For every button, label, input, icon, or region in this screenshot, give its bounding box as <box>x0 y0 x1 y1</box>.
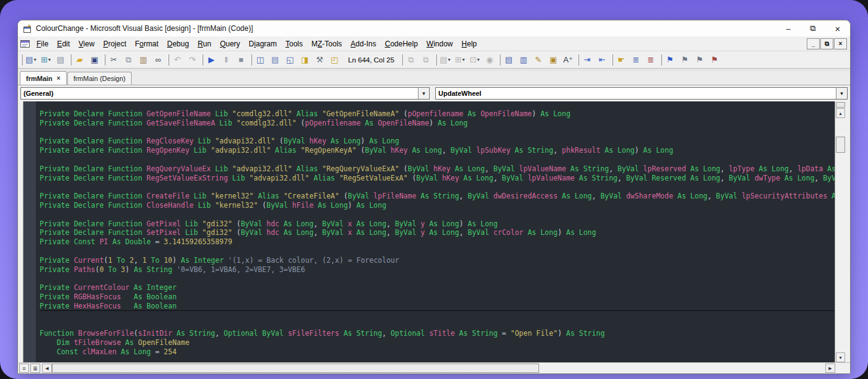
toolbox-button[interactable]: ⚒ <box>312 53 327 67</box>
object-dropdown[interactable]: (General) ▼ <box>20 87 430 100</box>
toggle-bookmark-button[interactable]: ⚑ <box>663 53 678 67</box>
dropdown-arrow-icon[interactable]: ▾ <box>34 57 36 62</box>
data-view-icon: ◰ <box>331 56 338 64</box>
tab-close-icon[interactable]: × <box>57 75 61 82</box>
data-view-button[interactable]: ◰ <box>327 53 342 67</box>
redo-button[interactable]: ↷ <box>185 53 200 67</box>
dropdown-arrow-icon[interactable]: ▾ <box>48 57 51 62</box>
cut-button[interactable]: ✂ <box>106 53 121 67</box>
save-project-button[interactable]: ▣ <box>87 53 102 67</box>
toolbar: ▤▾⊞▾▤▰▣✂⧉▥∞↶↷▶‖■◫▤◱◨⚒◰ Ln 644, Col 25 ⧉⧉… <box>18 51 850 69</box>
title-bar[interactable]: ColourChange - Microsoft Visual Basic [d… <box>18 20 850 36</box>
menu-view[interactable]: View <box>74 38 99 49</box>
center-button[interactable]: ⊞▾ <box>453 53 467 67</box>
menu-edit[interactable]: Edit <box>53 38 74 49</box>
horizontal-scroll-thumb[interactable] <box>52 364 539 373</box>
menu-help[interactable]: Help <box>457 38 482 49</box>
procedure-dropdown[interactable]: UpdateWheel ▼ <box>435 87 848 100</box>
object-browser-button[interactable]: ◨ <box>297 53 312 67</box>
vertical-scroll-track[interactable] <box>836 118 845 352</box>
toolbar-group: ▤▾⊞▾▤ <box>20 53 68 67</box>
previous-bookmark-button[interactable]: ⚑ <box>692 53 707 67</box>
menu-window[interactable]: Window <box>422 38 457 49</box>
form-layout-button[interactable]: ◱ <box>283 53 297 67</box>
scroll-right-button[interactable]: ▶ <box>825 364 835 373</box>
indent-button[interactable]: ⇥ <box>580 53 595 67</box>
next-bookmark-button[interactable]: ⚑ <box>678 53 692 67</box>
new-project-icon: ▤ <box>25 56 33 64</box>
full-module-view-button[interactable]: ≣ <box>30 364 40 373</box>
make-same-size-button[interactable]: ⊡▾ <box>467 53 482 67</box>
scroll-left-button[interactable]: ◀ <box>42 364 52 373</box>
comment-block-button[interactable]: ≣ <box>629 53 644 67</box>
uncomment-block-button[interactable]: ≣ <box>644 53 658 67</box>
menu-debug[interactable]: Debug <box>163 38 193 49</box>
project-explorer-button[interactable]: ◫ <box>253 53 268 67</box>
tab-frmmain[interactable]: frmMain× <box>20 71 67 85</box>
code-editor[interactable]: Private Declare Function GetOpenFileName… <box>36 101 835 362</box>
clear-bookmarks-button[interactable]: ⚑ <box>707 53 722 67</box>
vertical-scrollbar[interactable]: ▲ ▼ <box>835 101 846 362</box>
complete-word-button[interactable]: A⁺ <box>561 53 576 67</box>
menu-format[interactable]: Format <box>130 38 163 49</box>
menu-mz-tools[interactable]: MZ-Tools <box>307 38 346 49</box>
mdi-close-button[interactable]: × <box>834 38 847 49</box>
paste-button[interactable]: ▥ <box>136 53 151 67</box>
mdi-restore-button[interactable]: ⧉ <box>820 38 833 49</box>
copy-button[interactable]: ⧉ <box>121 53 136 67</box>
menu-editor-button[interactable]: ▤ <box>53 53 68 67</box>
vertical-scroll-thumb[interactable] <box>836 137 845 153</box>
outdent-button[interactable]: ⇤ <box>595 53 610 67</box>
undo-button[interactable]: ↶ <box>170 53 185 67</box>
menu-tools[interactable]: Tools <box>281 38 307 49</box>
dropdown-arrow-icon[interactable]: ▾ <box>477 57 480 62</box>
horizontal-scrollbar[interactable]: ◀ ▶ <box>42 363 835 373</box>
hand-tool-button[interactable]: ☛ <box>614 53 629 67</box>
align-button[interactable]: ▤▾ <box>438 53 453 67</box>
horizontal-scroll-track[interactable] <box>52 364 825 373</box>
margin-indicator-bar[interactable] <box>23 101 36 362</box>
code-line <box>40 247 835 256</box>
restore-button[interactable]: ⧉ <box>801 20 825 36</box>
code-line <box>40 155 835 164</box>
send-to-back-button[interactable]: ⧉ <box>419 53 433 67</box>
dropdown-arrow-icon[interactable]: ▾ <box>448 57 450 62</box>
dropdown-arrow-icon[interactable]: ▾ <box>462 57 465 62</box>
properties-window-button[interactable]: ▤ <box>268 53 283 67</box>
scroll-up-button[interactable]: ▲ <box>836 108 845 118</box>
break-button[interactable]: ‖ <box>219 53 234 67</box>
menu-file[interactable]: File <box>32 38 53 49</box>
start-button[interactable]: ▶ <box>204 53 219 67</box>
code-line: Private Declare Function GetPixel Lib "g… <box>40 219 835 229</box>
new-project-button[interactable]: ▤▾ <box>23 53 38 67</box>
bring-to-front-button[interactable]: ⧉ <box>404 53 419 67</box>
toolbar-group: ⧉⧉ <box>401 53 433 67</box>
find-button[interactable]: ∞ <box>151 53 166 67</box>
minimize-button[interactable]: – <box>776 20 801 36</box>
open-project-button[interactable]: ▰ <box>72 53 87 67</box>
comment-lines-icon: ≣ <box>632 56 639 64</box>
menu-project[interactable]: Project <box>99 38 130 49</box>
list-properties-button[interactable]: ▤ <box>501 53 516 67</box>
close-button[interactable]: × <box>825 20 850 36</box>
list-constants-button[interactable]: ▥ <box>516 53 531 67</box>
menu-add-ins[interactable]: Add-Ins <box>346 38 380 49</box>
procedure-view-button[interactable]: ≡ <box>19 364 29 373</box>
mdi-minimize-button[interactable]: _ <box>807 38 820 49</box>
tab-frmmain-design-[interactable]: frmMain (Design) <box>67 72 132 85</box>
quick-info-button[interactable]: ✎ <box>531 53 546 67</box>
scroll-down-button[interactable]: ▼ <box>836 352 845 362</box>
vb-ide-window: ColourChange - Microsoft Visual Basic [d… <box>17 20 851 374</box>
menu-query[interactable]: Query <box>216 38 245 49</box>
menu-run[interactable]: Run <box>194 38 216 49</box>
menu-diagram[interactable]: Diagram <box>244 38 281 49</box>
end-button[interactable]: ■ <box>234 53 249 67</box>
add-form-button[interactable]: ⊞▾ <box>38 53 53 67</box>
left-arrow-icon: ◀ <box>45 366 48 371</box>
chevron-down-icon[interactable]: ▼ <box>836 88 847 99</box>
chevron-down-icon[interactable]: ▼ <box>418 88 429 99</box>
parameter-info-button[interactable]: ▣ <box>546 53 561 67</box>
split-handle[interactable] <box>836 102 845 108</box>
lock-controls-button[interactable]: ◉ <box>482 53 497 67</box>
menu-codehelp[interactable]: CodeHelp <box>380 38 422 49</box>
